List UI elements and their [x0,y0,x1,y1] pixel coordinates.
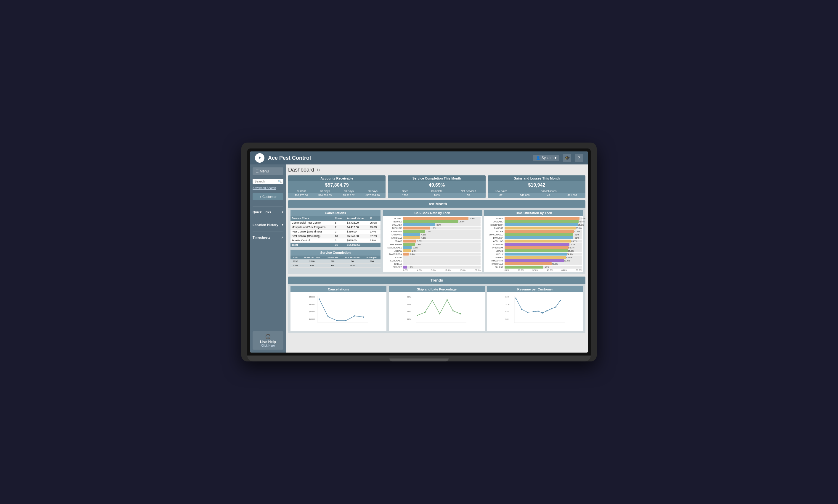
sc-total: 2795 [290,259,300,264]
dashboard-label: Dashboard [288,167,314,173]
svg-point-31 [515,298,516,299]
list-item: BMOORE1% [384,266,481,269]
quick-links-section: Quick Links ▾ [253,210,284,215]
list-item: ACOLLINS69.1% [485,239,582,242]
skip-late-trend-chart: 30% 24% 18% 12% [389,292,485,331]
service-completion-card: Service Completion This Month 49.69% Ope… [388,175,485,198]
timesheets-toggle[interactable]: Timesheets ↗ [253,235,284,240]
svg-text:$40,000: $40,000 [309,296,315,298]
sc-col-done-on-time: Done on Time [300,255,324,259]
sc-still-open: 396 [363,259,380,264]
sc-not-serviced: 36 [341,259,363,264]
sc-pct-not-serviced: 14% [341,264,363,268]
svg-point-33 [527,312,528,313]
header-right: 👤 System ▾ 🎓 ? [533,154,583,162]
main-layout: ☰ Menu 🔍 Advanced Search + Customer Quic… [250,164,588,353]
svg-point-19 [424,312,426,313]
main-content: Dashboard ↻ Accounts Receivable $57,804.… [286,164,588,353]
live-help-link[interactable]: Click Here [255,344,281,347]
time-util-chart-panel: Time Utilization by Tech ASHAW77.5%LHOWA… [484,210,583,272]
list-item: SMACDONALD71% [485,233,582,236]
menu-button[interactable]: ☰ Menu [253,167,284,175]
list-item: BBURKE14.3% [384,220,481,223]
svg-text:$24,000: $24,000 [309,311,315,313]
col-pct: % [369,216,380,221]
timesheets-section: Timesheets ↗ [253,235,284,240]
gl-data: 87 $41,039 49 $21,097 [488,193,585,198]
divider-2 [253,219,284,219]
cancellations-svg: $40,000 $32,000 $24,000 $16,000 [292,294,385,324]
sc-header-open: Open [389,190,421,193]
gl-val-cancellations-count: 49 [536,194,560,197]
sc-col-done-late: Done Late [324,255,341,259]
svg-text:$16,000: $16,000 [309,318,315,320]
list-item: DMORRISON75.9% [485,223,582,226]
svg-point-9 [345,320,346,321]
list-item: ASHAW1.9% [384,249,481,252]
gains-losses-card: Gains and Losses This Month $19,942 New … [488,175,585,198]
sc-col-still-open: Still Open [363,255,380,259]
list-item: PPIERSIAK5.6% [384,230,481,233]
sc-table-title: Service Completion [290,250,380,255]
sc-row-1: 2795 2040 218 36 396 [290,259,380,264]
skip-late-svg: 30% 24% 18% 12% [390,294,483,324]
add-customer-button[interactable]: + Customer [253,193,284,200]
table-row: Pest Control (Recurring)13$5,540.0037.2% [290,234,380,238]
gl-header-new-sales: New Sales [489,190,513,193]
svg-point-11 [363,317,364,318]
col-service-class: Service Class [290,216,334,221]
svg-point-34 [533,311,534,312]
svg-point-38 [551,308,552,309]
user-icon: 👤 [536,156,541,160]
search-icon: 🔍 [278,180,281,183]
dashboard-title-row: Dashboard ↻ [288,167,585,173]
svg-text:24%: 24% [407,304,411,305]
sc-done-late: 218 [324,259,341,264]
list-item: MTHOMAS4.3% [384,236,481,239]
cancellations-trend-chart: $40,000 $32,000 $24,000 $16,000 [290,292,387,331]
revenue-customer-trend-panel: Revenue per Customer $170 $136 $102 $68 [487,286,583,331]
laptop-frame: ✦ Ace Pest Control 👤 System ▾ 🎓 ? [241,143,597,361]
advanced-search-link[interactable]: Advanced Search [253,186,284,190]
list-item: BMOORE73.6% [485,227,582,230]
list-item: GONEIL63.9% [485,256,582,259]
quick-links-toggle[interactable]: Quick Links ▾ [253,210,284,215]
screen: ✦ Ace Pest Control 👤 System ▾ 🎓 ? [250,151,588,353]
gl-headers: New Sales Cancellations [488,189,585,193]
svg-point-22 [447,299,448,301]
list-item: SCOOK71.9% [485,230,582,233]
cancellations-table: Service Class Count Annual Value % Comme… [290,216,380,247]
divider-1 [253,206,284,206]
table-row: Total31$14,893.50 [290,243,380,247]
refresh-icon[interactable]: ↻ [317,168,320,173]
ar-val-90: -$37,584.26 [361,194,384,197]
location-history-toggle[interactable]: Location History ▾ [253,222,284,228]
sc-pct-done-late: 1% [324,264,341,268]
app-container: ✦ Ace Pest Control 👤 System ▾ 🎓 ? [250,151,588,353]
ar-header-30: 30 Days [313,190,337,193]
laptop-base [247,356,591,361]
search-input[interactable] [254,180,278,183]
ar-header-90: 90 Days [361,190,384,193]
system-button[interactable]: 👤 System ▾ [533,155,559,161]
search-box: 🔍 [253,179,284,184]
help-button[interactable]: ? [575,154,583,162]
svg-text:$32,000: $32,000 [309,304,315,305]
callback-chart-title: Call-Back Rate by Tech [383,210,482,216]
graduation-button[interactable]: 🎓 [563,154,571,162]
gl-val-cancellations-amount: $21,097 [561,194,584,197]
live-help-widget[interactable]: 🎧 Live Help Click Here [253,331,284,349]
list-item: KKELLY64.3% [485,253,582,255]
gl-header-cancellations: Cancellations [536,190,560,193]
list-item: KMDONALD [384,259,481,262]
gl-val-new-sales-count: 87 [489,194,513,197]
svg-point-36 [542,312,543,313]
revenue-svg: $170 $136 $102 $68 [488,294,582,324]
ar-headers: Current 30 Days 60 Days 90 Days [288,189,386,193]
quick-links-arrow-icon: ▾ [282,211,284,214]
callback-chart-panel: Call-Back Rate by Tech GONEIL16.9%BBURKE… [383,210,482,272]
sc-header-not-serviced: Not Serviced [453,190,484,193]
col-annual-value: Annual Value [346,216,369,221]
svg-text:$136: $136 [506,304,510,305]
last-month-header: Last Month [288,200,585,208]
